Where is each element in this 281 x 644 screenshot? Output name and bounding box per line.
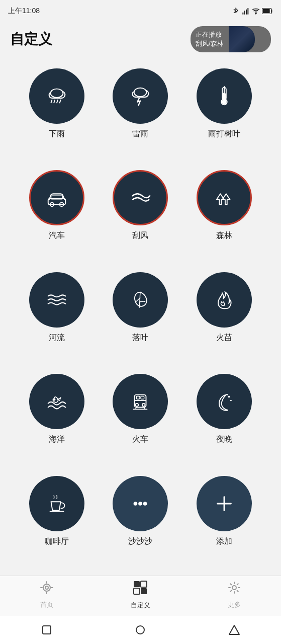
svg-point-22 [54, 399, 55, 400]
sound-label-wind: 刮风 [132, 230, 148, 241]
sound-label-thunderstorm: 雷雨 [132, 129, 148, 139]
nav-item-home[interactable]: 首页 [0, 581, 93, 609]
nav-label-more: 更多 [228, 600, 241, 609]
svg-point-28 [142, 404, 145, 407]
sound-circle-rain-leaves [197, 68, 252, 124]
now-playing-text: 正在播放 刮风/森林 [191, 27, 229, 51]
nav-label-home: 首页 [40, 600, 53, 609]
status-bar: 上午11:08 [0, 0, 281, 22]
sound-circle-night [197, 374, 252, 429]
sound-circle-rain [29, 68, 84, 124]
sound-label-ocean: 海洋 [49, 434, 65, 445]
sound-circle-wind [113, 170, 168, 225]
custom-icon [133, 580, 148, 599]
sound-circle-fire [197, 272, 252, 328]
svg-marker-54 [229, 625, 239, 634]
home-button[interactable] [133, 623, 147, 637]
sound-item-train[interactable]: 火车 [99, 374, 182, 463]
sound-item-fire[interactable]: 火苗 [182, 272, 266, 362]
sound-circle-leaf [113, 272, 168, 328]
sound-circle-thunderstorm [113, 68, 168, 124]
sound-label-sasa: 沙沙沙 [128, 536, 152, 547]
svg-rect-26 [141, 396, 144, 399]
svg-point-41 [43, 584, 50, 591]
sound-item-car[interactable]: 汽车 [15, 170, 99, 260]
svg-point-34 [226, 394, 228, 395]
svg-point-17 [222, 100, 226, 104]
sound-circle-car [29, 170, 84, 225]
sound-item-river[interactable]: 河流 [15, 272, 99, 362]
svg-rect-52 [43, 626, 51, 634]
svg-point-38 [143, 502, 147, 506]
sound-item-thunderstorm[interactable]: 雷雨 [99, 68, 182, 158]
svg-rect-1 [244, 11, 245, 14]
sound-item-leaf[interactable]: 落叶 [99, 272, 182, 362]
nav-item-more[interactable]: 更多 [188, 581, 281, 609]
sound-label-river: 河流 [49, 333, 65, 343]
sound-circle-sasa [113, 476, 168, 531]
sound-label-leaf: 落叶 [132, 333, 148, 343]
sound-label-rain-leaves: 雨打树叶 [208, 129, 240, 139]
svg-rect-49 [134, 588, 140, 594]
svg-rect-0 [242, 13, 243, 15]
sound-circle-river [29, 272, 84, 328]
sound-item-rain-leaves[interactable]: 雨打树叶 [182, 68, 266, 158]
svg-line-8 [51, 100, 52, 103]
sound-item-add[interactable]: 添加 [182, 476, 266, 566]
now-playing-badge[interactable]: 正在播放 刮风/森林 [191, 26, 271, 52]
now-playing-thumbnail [229, 26, 255, 52]
back-button[interactable] [40, 623, 54, 637]
sound-circle-cafe [29, 476, 84, 531]
svg-point-33 [230, 400, 232, 401]
sound-circle-forest [197, 170, 252, 225]
sound-label-forest: 森林 [216, 230, 232, 241]
sound-item-ocean[interactable]: 海洋 [15, 374, 99, 463]
sound-label-rain: 下雨 [49, 129, 65, 139]
svg-line-9 [54, 100, 55, 103]
sound-item-night[interactable]: 夜晚 [182, 374, 266, 463]
svg-point-12 [134, 88, 147, 97]
recents-button[interactable] [227, 623, 241, 637]
svg-rect-25 [137, 396, 140, 399]
sound-label-night: 夜晚 [216, 434, 232, 445]
sound-item-cafe[interactable]: 咖啡厅 [15, 476, 99, 566]
svg-point-36 [134, 502, 138, 506]
svg-point-53 [136, 626, 144, 634]
svg-rect-47 [134, 581, 140, 587]
sound-circle-train [113, 374, 168, 429]
system-nav-bar [0, 616, 281, 644]
svg-point-32 [228, 396, 230, 398]
sound-label-fire: 火苗 [216, 333, 232, 343]
svg-point-27 [136, 404, 139, 407]
sound-grid: 下雨 雷雨 雨打树叶 [0, 58, 281, 576]
sound-item-wind[interactable]: 刮风 [99, 170, 182, 260]
home-icon [40, 581, 54, 598]
svg-rect-6 [263, 9, 270, 13]
bottom-nav: 首页 自定义 更多 [0, 576, 281, 616]
settings-icon [227, 581, 241, 598]
svg-rect-50 [141, 588, 147, 594]
svg-point-4 [255, 13, 256, 14]
status-time: 上午11:08 [8, 7, 40, 16]
page-title: 自定义 [10, 30, 52, 49]
sound-label-add: 添加 [216, 536, 232, 547]
nav-label-custom: 自定义 [131, 601, 150, 610]
sound-label-cafe: 咖啡厅 [45, 536, 69, 547]
sound-label-train: 火车 [132, 434, 148, 445]
svg-rect-48 [141, 581, 147, 587]
sound-circle-ocean [29, 374, 84, 429]
svg-line-10 [57, 100, 58, 103]
header: 自定义 正在播放 刮风/森林 [0, 22, 281, 58]
svg-point-42 [45, 586, 48, 589]
svg-rect-3 [247, 8, 248, 15]
sound-item-sasa[interactable]: 沙沙沙 [99, 476, 182, 566]
svg-point-37 [139, 502, 143, 506]
status-icons [232, 7, 273, 15]
svg-line-11 [60, 100, 61, 103]
sound-item-forest[interactable]: 森林 [182, 170, 266, 260]
svg-point-7 [51, 89, 63, 98]
sound-item-rain[interactable]: 下雨 [15, 68, 99, 158]
nav-item-custom[interactable]: 自定义 [93, 580, 187, 610]
sound-circle-add [197, 476, 252, 531]
svg-rect-2 [246, 10, 247, 15]
